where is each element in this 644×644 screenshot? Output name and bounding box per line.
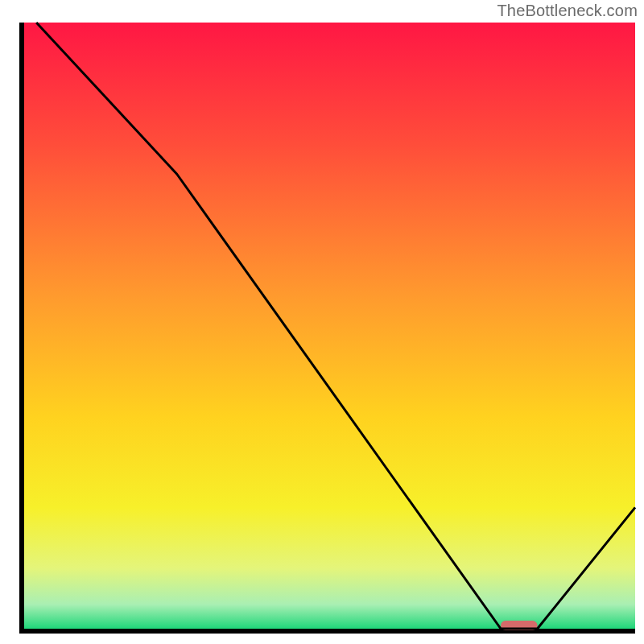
watermark-text: TheBottleneck.com [497, 2, 638, 20]
plot-background [24, 23, 635, 629]
bottleneck-plot [0, 0, 644, 644]
chart-container: TheBottleneck.com [0, 0, 644, 644]
